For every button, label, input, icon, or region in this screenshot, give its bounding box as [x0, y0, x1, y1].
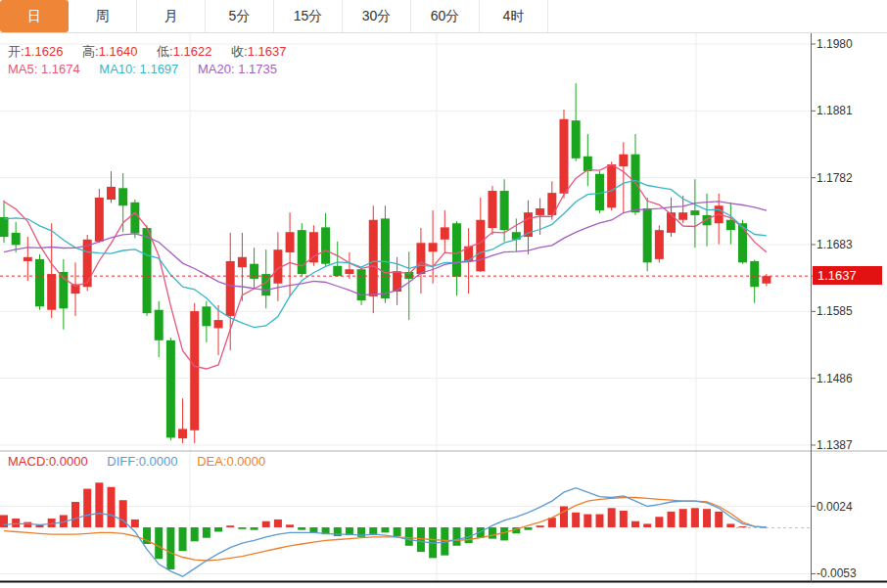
- price-tick-5: 1.1486: [817, 372, 885, 385]
- low-label: 低:: [157, 44, 173, 59]
- timeframe-tab-5[interactable]: 30分: [343, 0, 411, 32]
- timeframe-tab-3[interactable]: 5分: [206, 0, 274, 32]
- price-tick-6: 1.1387: [817, 438, 885, 452]
- gridlines: [0, 33, 811, 582]
- kline-chart-app: 日周月5分15分30分60分4时 开:1.1626 高:1.1640 低:1.1…: [0, 0, 887, 588]
- diff-label: DIFF:: [107, 454, 139, 469]
- chart-area[interactable]: [0, 0, 887, 588]
- high-value: 1.1640: [99, 44, 138, 59]
- dea-label: DEA:: [197, 454, 226, 469]
- macd-value: 0.0000: [49, 454, 88, 469]
- timeframe-tab-4[interactable]: 15分: [274, 0, 343, 32]
- timeframe-tabbar: 日周月5分15分30分60分4时: [0, 0, 887, 33]
- ma-readout: MA5: 1.1674 MA10: 1.1697 MA20: 1.1735: [8, 62, 293, 76]
- ma10-label: MA10:: [99, 62, 136, 76]
- ma20-value: 1.1735: [238, 62, 277, 76]
- price-axis: [811, 33, 816, 582]
- macd-histogram: [0, 482, 747, 569]
- price-tick-4: 1.1585: [817, 304, 885, 318]
- ohlc-readout: 开:1.1626 高:1.1640 低:1.1622 收:1.1637: [8, 43, 302, 61]
- close-label: 收:: [231, 44, 248, 59]
- ma5-label: MA5:: [8, 62, 37, 76]
- ma10-value: 1.1697: [140, 62, 179, 76]
- diff-value: 0.0000: [139, 454, 178, 469]
- price-tick-2: 1.1782: [817, 171, 885, 185]
- dea-value: 0.0000: [227, 454, 266, 469]
- macd-label: MACD:: [8, 454, 49, 469]
- timeframe-tab-7[interactable]: 4时: [480, 0, 548, 32]
- close-value: 1.1637: [248, 44, 287, 59]
- timeframe-tab-2[interactable]: 月: [137, 0, 206, 32]
- last-price-tag: 1.1637: [813, 266, 882, 285]
- timeframe-tab-0[interactable]: 日: [0, 0, 69, 32]
- price-tick-0: 1.1980: [817, 37, 885, 51]
- macd-readout: MACD:0.0000 DIFF:0.0000 DEA:0.0000: [8, 454, 281, 469]
- ma5-value: 1.1674: [41, 62, 80, 76]
- low-value: 1.1622: [173, 44, 212, 59]
- ma20-label: MA20:: [198, 62, 235, 76]
- candlestick-series: [0, 83, 770, 443]
- open-value: 1.1626: [24, 44, 64, 59]
- timeframe-tab-6[interactable]: 60分: [411, 0, 480, 32]
- macd-tick-0: 0.0024: [817, 500, 885, 514]
- open-label: 开:: [8, 44, 24, 59]
- price-tick-1: 1.1881: [817, 104, 885, 117]
- high-label: 高:: [82, 44, 99, 59]
- price-tick-3: 1.1683: [817, 238, 885, 251]
- kline-svg: [0, 0, 887, 588]
- panel-separators: [0, 451, 887, 582]
- macd-tick-1: -0.0053: [817, 566, 885, 580]
- timeframe-tab-1[interactable]: 周: [69, 0, 137, 32]
